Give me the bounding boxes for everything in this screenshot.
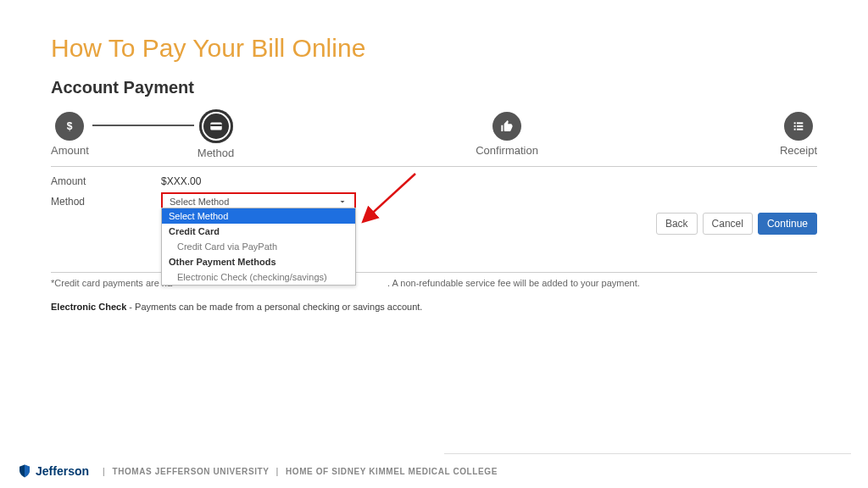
svg-rect-6	[797, 125, 803, 127]
step-connector	[92, 125, 194, 126]
svg-rect-3	[794, 122, 796, 124]
svg-rect-2	[210, 125, 222, 126]
dollar-icon: $	[55, 112, 84, 141]
method-label: Method	[51, 196, 161, 208]
svg-rect-8	[797, 129, 803, 130]
dropdown-option-paypath[interactable]: Credit Card via PayPath	[162, 239, 355, 254]
svg-rect-5	[794, 125, 796, 127]
step-label: Receipt	[780, 144, 817, 157]
step-confirmation: Confirmation	[476, 112, 538, 157]
echeck-note-rest: - Payments can be made from a personal c…	[126, 302, 422, 312]
step-label: Method	[198, 147, 234, 159]
footer: Jefferson | THOMAS JEFFERSON UNIVERSITY …	[0, 454, 868, 488]
slide-title: How To Pay Your Bill Online	[51, 34, 817, 63]
step-label: Amount	[51, 144, 89, 157]
dropdown-option-select-method[interactable]: Select Method	[162, 208, 355, 224]
chevron-down-icon	[337, 197, 348, 207]
echeck-note-bold: Electronic Check	[51, 302, 126, 312]
svg-rect-4	[797, 122, 803, 124]
separator: |	[276, 467, 279, 476]
dropdown-group-credit-card[interactable]: Credit Card	[162, 224, 355, 239]
card-icon	[199, 109, 233, 143]
stepper: $ Amount Method Confirmation Receipt	[51, 109, 817, 167]
separator: |	[103, 467, 105, 476]
cancel-button[interactable]: Cancel	[703, 213, 753, 235]
list-icon	[784, 112, 813, 141]
continue-button[interactable]: Continue	[758, 213, 817, 235]
amount-row: Amount $XXX.00	[51, 175, 817, 187]
svg-text:$: $	[67, 120, 73, 132]
panel-title: Account Payment	[51, 78, 817, 97]
dropdown-option-echeck[interactable]: Electronic Check (checking/savings)	[162, 269, 355, 285]
brand-name: Jefferson	[36, 464, 89, 478]
amount-label: Amount	[51, 175, 161, 187]
form-area: Amount $XXX.00 Method Select Method Sele…	[51, 175, 817, 312]
step-label: Confirmation	[476, 144, 538, 157]
footer-college: HOME OF SIDNEY KIMMEL MEDICAL COLLEGE	[286, 467, 498, 476]
amount-value: $XXX.00	[161, 175, 201, 187]
step-method: Method	[198, 109, 234, 159]
dropdown-group-other[interactable]: Other Payment Methods	[162, 254, 355, 269]
thumb-icon	[492, 112, 521, 141]
footer-university: THOMAS JEFFERSON UNIVERSITY	[112, 467, 269, 476]
note-prefix: *Credit card payments are ha	[51, 278, 172, 288]
jefferson-logo: Jefferson	[17, 463, 89, 479]
step-amount: $ Amount	[51, 112, 89, 157]
step-receipt: Receipt	[780, 112, 817, 157]
svg-rect-7	[794, 129, 796, 130]
method-dropdown: Select Method Credit Card Credit Card vi…	[161, 208, 356, 286]
method-select-text: Select Method	[170, 197, 229, 207]
note-suffix: . A non-refundable service fee will be a…	[387, 278, 640, 288]
back-button[interactable]: Back	[656, 213, 698, 235]
shield-icon	[17, 463, 32, 479]
form-buttons: Back Cancel Continue	[656, 213, 817, 235]
electronic-check-note: Electronic Check - Payments can be made …	[51, 302, 817, 312]
